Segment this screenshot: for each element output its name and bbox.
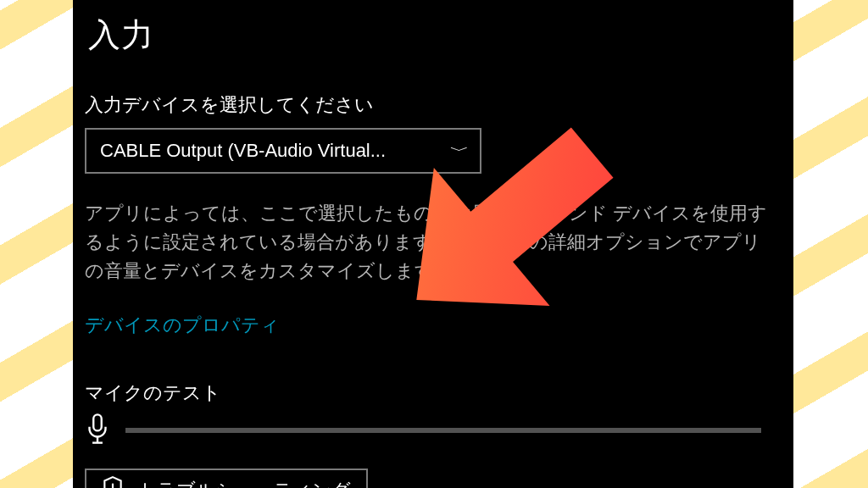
device-properties-link[interactable]: デバイスのプロパティ [85, 313, 280, 338]
input-device-label: 入力デバイスを選択してください [85, 92, 793, 118]
troubleshoot-button[interactable]: トラブルシューティング [85, 469, 368, 488]
mic-test-label: マイクのテスト [85, 380, 793, 406]
troubleshoot-icon [102, 475, 124, 488]
troubleshoot-label: トラブルシューティング [137, 478, 351, 488]
section-heading-input: 入力 [88, 14, 793, 57]
mic-level-bar [125, 428, 761, 433]
microphone-icon [85, 413, 110, 448]
sound-settings-panel: 入力 入力デバイスを選択してください CABLE Output (VB-Audi… [73, 0, 793, 488]
input-device-note: アプリによっては、ここで選択したものとは異なるサウンド デバイスを使用するように… [85, 199, 780, 286]
svg-rect-0 [93, 415, 102, 431]
input-device-dropdown[interactable]: CABLE Output (VB-Audio Virtual... ﹀ [85, 128, 481, 174]
input-device-value: CABLE Output (VB-Audio Virtual... [100, 140, 386, 162]
mic-test-row [85, 413, 793, 448]
chevron-down-icon: ﹀ [450, 142, 469, 160]
